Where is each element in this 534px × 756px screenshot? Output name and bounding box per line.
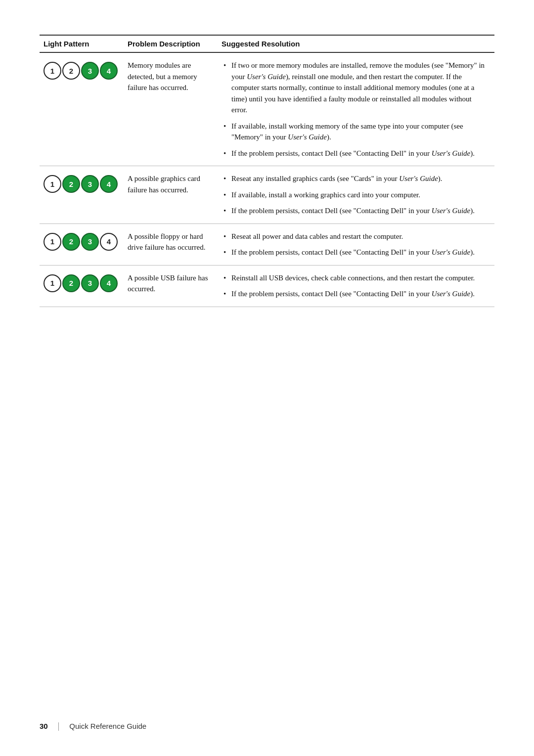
resolution-cell: Reseat all power and data cables and res… [218, 223, 494, 265]
problem-text: Memory modules are detected, but a memor… [128, 61, 197, 91]
resolution-cell: Reseat any installed graphics cards (see… [218, 166, 494, 224]
resolution-item: If two or more memory modules are instal… [222, 60, 489, 116]
resolution-cell: If two or more memory modules are instal… [218, 52, 494, 166]
resolution-item: If available, install working memory of … [222, 121, 489, 143]
light-pattern-cell: 1234 [40, 52, 124, 166]
problem-description-cell: Memory modules are detected, but a memor… [124, 52, 218, 166]
problem-text: A possible USB failure has occurred. [128, 274, 208, 293]
light-circle-1: 1 [44, 175, 61, 193]
footer-separator: | [58, 721, 60, 731]
resolution-list: Reseat all power and data cables and res… [222, 231, 489, 258]
table-row: 1234A possible USB failure has occurred.… [40, 265, 494, 307]
resolution-item: Reseat all power and data cables and res… [222, 231, 489, 242]
light-circle-2: 2 [62, 233, 80, 251]
light-circle-4: 4 [100, 62, 118, 80]
problem-text: A possible floppy or hard drive failure … [128, 232, 205, 252]
light-circle-2: 2 [62, 62, 80, 80]
light-circle-4: 4 [100, 175, 118, 193]
resolution-cell: Reinstall all USB devices, check cable c… [218, 265, 494, 307]
resolution-list: Reinstall all USB devices, check cable c… [222, 272, 489, 300]
table-row: 1234A possible graphics card failure has… [40, 166, 494, 224]
table-row: 1234Memory modules are detected, but a m… [40, 52, 494, 166]
problem-description-cell: A possible floppy or hard drive failure … [124, 223, 218, 265]
resolution-list: If two or more memory modules are instal… [222, 60, 489, 159]
light-circle-4: 4 [100, 233, 118, 251]
light-icons: 1234 [44, 62, 118, 80]
problem-description-cell: A possible USB failure has occurred. [124, 265, 218, 307]
light-pattern-cell: 1234 [40, 166, 124, 224]
light-icons: 1234 [44, 274, 118, 292]
light-icons: 1234 [44, 233, 118, 251]
light-circle-3: 3 [81, 175, 99, 193]
resolution-item: Reseat any installed graphics cards (see… [222, 173, 489, 184]
table-row: 1234A possible floppy or hard drive fail… [40, 223, 494, 265]
light-circle-2: 2 [62, 175, 80, 193]
light-circle-2: 2 [62, 274, 80, 292]
resolution-item: If the problem persists, contact Dell (s… [222, 288, 489, 300]
page-number: 30 [40, 722, 48, 730]
light-circle-3: 3 [81, 233, 99, 251]
resolution-list: Reseat any installed graphics cards (see… [222, 173, 489, 217]
light-circle-4: 4 [100, 274, 118, 292]
light-circle-1: 1 [44, 274, 61, 292]
light-circle-3: 3 [81, 62, 99, 80]
resolution-item: If available, install a working graphics… [222, 189, 489, 201]
page: Light Pattern Problem Description Sugges… [0, 0, 534, 756]
resolution-item: If the problem persists, contact Dell (s… [222, 148, 489, 159]
resolution-item: If the problem persists, contact Dell (s… [222, 247, 489, 258]
footer-title: Quick Reference Guide [69, 722, 146, 730]
col-header-problem: Problem Description [124, 35, 218, 52]
light-circle-1: 1 [44, 233, 61, 251]
col-header-resolution: Suggested Resolution [218, 35, 494, 52]
col-header-light: Light Pattern [40, 35, 124, 52]
page-footer: 30 | Quick Reference Guide [40, 721, 494, 731]
light-pattern-cell: 1234 [40, 223, 124, 265]
main-table: Light Pattern Problem Description Sugges… [40, 35, 494, 307]
light-circle-3: 3 [81, 274, 99, 292]
resolution-item: If the problem persists, contact Dell (s… [222, 205, 489, 217]
resolution-item: Reinstall all USB devices, check cable c… [222, 272, 489, 284]
problem-text: A possible graphics card failure has occ… [128, 175, 200, 194]
problem-description-cell: A possible graphics card failure has occ… [124, 166, 218, 224]
light-pattern-cell: 1234 [40, 265, 124, 307]
light-icons: 1234 [44, 175, 118, 193]
light-circle-1: 1 [44, 62, 61, 80]
